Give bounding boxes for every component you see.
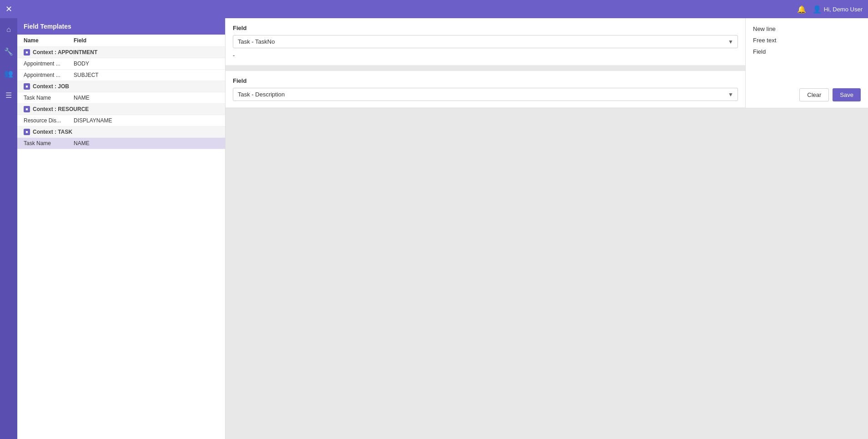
- sidebar-icons: ⌂ 🔧 👥 ☰: [0, 18, 17, 439]
- option-free-text[interactable]: Free text: [753, 36, 861, 45]
- table-row[interactable]: Resource Dis... DISPLAYNAME: [17, 115, 225, 126]
- context-job-header[interactable]: ■ Context : JOB: [17, 81, 225, 92]
- row-name: Task Name: [24, 140, 74, 146]
- col-field-header: Field: [74, 37, 219, 44]
- field-templates-panel: Field Templates Name Field ■ Context : A…: [17, 18, 226, 439]
- table-row[interactable]: Task Name NAME: [17, 138, 225, 149]
- field-select-1[interactable]: Task - TaskNo Task - Description Task - …: [233, 35, 738, 48]
- user-label: Hi, Demo User: [824, 6, 863, 13]
- context-task-label: Context : TASK: [33, 129, 72, 135]
- field-block-2: Field Task - TaskNo Task - Description T…: [226, 71, 745, 108]
- editor-section: Field Task - TaskNo Task - Description T…: [226, 18, 868, 108]
- row-name: Appointment ...: [24, 61, 74, 67]
- field-label-2: Field: [233, 77, 738, 84]
- templates-header: Field Templates: [17, 18, 225, 35]
- row-name: Resource Dis...: [24, 117, 74, 124]
- context-icon: ■: [24, 83, 30, 90]
- right-options: New line Free text Field: [753, 25, 861, 85]
- field-block-1: Field Task - TaskNo Task - Description T…: [226, 18, 745, 66]
- team-icon[interactable]: 👥: [2, 66, 15, 80]
- save-button[interactable]: Save: [833, 88, 861, 101]
- user-avatar-icon: 👤: [813, 5, 822, 14]
- col-name-header: Name: [24, 37, 74, 44]
- context-resource-label: Context : RESOURCE: [33, 106, 89, 112]
- fields-column: Field Task - TaskNo Task - Description T…: [226, 18, 745, 108]
- wrench-icon[interactable]: 🔧: [2, 45, 15, 58]
- row-field: NAME: [74, 95, 219, 101]
- row-field: SUBJECT: [74, 72, 219, 78]
- home-icon[interactable]: ⌂: [2, 23, 15, 36]
- option-field[interactable]: Field: [753, 47, 861, 56]
- context-task-header[interactable]: ■ Context : TASK: [17, 126, 225, 138]
- option-new-line[interactable]: New line: [753, 25, 861, 33]
- row-field: DISPLAYNAME: [74, 117, 219, 124]
- context-job-group: ■ Context : JOB Task Name NAME: [17, 81, 225, 104]
- field-label-1: Field: [233, 25, 738, 31]
- topbar: ✕ 🔔 👤 Hi, Demo User: [0, 0, 868, 18]
- remaining-area: [226, 108, 868, 439]
- row-field: NAME: [74, 140, 219, 146]
- row-field: BODY: [74, 61, 219, 67]
- row-name: Appointment ...: [24, 72, 74, 78]
- row-name: Task Name: [24, 95, 74, 101]
- context-appointment-header[interactable]: ■ Context : APPOINTMENT: [17, 47, 225, 58]
- close-icon[interactable]: ✕: [5, 4, 12, 14]
- context-job-label: Context : JOB: [33, 83, 69, 90]
- right-sidebar: New line Free text Field Clear Save: [745, 18, 868, 108]
- context-resource-header[interactable]: ■ Context : RESOURCE: [17, 104, 225, 115]
- clear-button[interactable]: Clear: [799, 88, 829, 101]
- field-select-wrapper-2: Task - TaskNo Task - Description Task - …: [233, 88, 738, 101]
- templates-title: Field Templates: [24, 23, 71, 30]
- context-appointment-label: Context : APPOINTMENT: [33, 49, 97, 56]
- action-buttons: Clear Save: [753, 85, 861, 101]
- context-task-group: ■ Context : TASK Task Name NAME: [17, 126, 225, 149]
- context-appointment-group: ■ Context : APPOINTMENT Appointment ... …: [17, 47, 225, 81]
- field-select-wrapper-1: Task - TaskNo Task - Description Task - …: [233, 35, 738, 48]
- field-separator: [226, 66, 745, 71]
- context-icon: ■: [24, 49, 30, 56]
- field-select-2[interactable]: Task - TaskNo Task - Description Task - …: [233, 88, 738, 101]
- table-row[interactable]: Appointment ... BODY: [17, 58, 225, 70]
- main-layout: ⌂ 🔧 👥 ☰ Field Templates Name Field ■ Con…: [0, 18, 868, 439]
- context-resource-group: ■ Context : RESOURCE Resource Dis... DIS…: [17, 104, 225, 126]
- table-row[interactable]: Appointment ... SUBJECT: [17, 70, 225, 81]
- menu-icon[interactable]: ☰: [2, 88, 15, 102]
- context-icon: ■: [24, 106, 30, 112]
- table-row[interactable]: Task Name NAME: [17, 92, 225, 104]
- context-icon: ■: [24, 129, 30, 135]
- user-info: 👤 Hi, Demo User: [813, 5, 863, 14]
- table-header: Name Field: [17, 35, 225, 47]
- center-right-area: Field Task - TaskNo Task - Description T…: [226, 18, 868, 439]
- bell-icon[interactable]: 🔔: [797, 5, 806, 14]
- field-dash: -: [233, 52, 738, 59]
